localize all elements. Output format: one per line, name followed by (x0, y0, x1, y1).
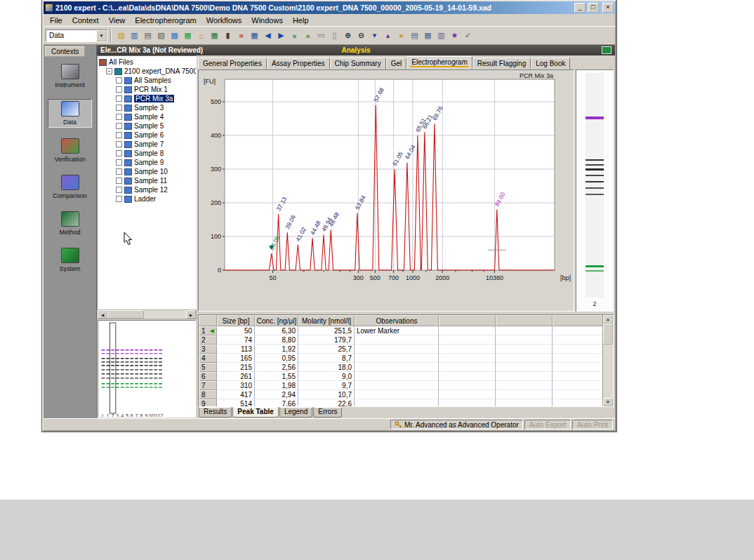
table-row[interactable]: 1◀506,30251,5Lower Marker (199, 326, 602, 335)
tab-general-properties[interactable]: General Properties (198, 58, 267, 69)
column-header-size-bp[interactable]: Size [bp] (217, 315, 255, 326)
menu-help[interactable]: Help (288, 15, 314, 25)
column-header-molarity-nmol-l[interactable]: Molarity [nmol/l] (298, 315, 355, 326)
save-icon[interactable]: ▥ (128, 29, 141, 42)
table-row[interactable]: 95147,6622,6 (199, 399, 602, 406)
tree-item-sample-8[interactable]: Sample 8 (99, 149, 196, 158)
marker-icon[interactable]: ▴ (381, 29, 395, 42)
context-item-data[interactable]: Data (48, 99, 92, 128)
table-row[interactable]: 73101,989,7 (199, 381, 602, 390)
table-row[interactable]: 41650,958,7 (199, 354, 602, 363)
tree-file-node[interactable]: −2100 expert_DNA 7500_00000_2005-05-19_1… (99, 67, 196, 76)
tree-item-sample-9[interactable]: Sample 9 (99, 158, 196, 167)
bottom-tab-peak-table[interactable]: Peak Table (232, 407, 279, 418)
tabular-view-icon[interactable]: ▦ (248, 29, 261, 42)
tree-horizontal-scrollbar[interactable]: ◀ ▶ (97, 309, 197, 319)
tree-item-sample-6[interactable]: Sample 6 (99, 131, 196, 140)
scrollbar-thumb[interactable] (107, 310, 144, 319)
auto-print-toggle[interactable]: Auto Print (572, 420, 613, 429)
contexts-tab[interactable]: Contexts (45, 46, 85, 57)
tab-log-book[interactable]: Log Book (531, 58, 570, 69)
zoom-out-icon[interactable]: ⊖ (355, 29, 368, 42)
checkbox-icon[interactable] (116, 105, 122, 111)
back-icon[interactable]: ◀ (261, 29, 275, 42)
tree-item-ladder[interactable]: Ladder (99, 194, 196, 204)
auto-export-toggle[interactable]: Auto Export (524, 420, 571, 429)
menu-windows[interactable]: Windows (246, 15, 288, 25)
table-vertical-scrollbar[interactable]: ▲ ▼ (602, 315, 613, 406)
tab-gel[interactable]: Gel (386, 58, 407, 69)
tree-item-sample-11[interactable]: Sample 11 (99, 176, 196, 185)
sample-gel-lane-panel[interactable]: 2 (576, 69, 614, 312)
chip-summary-icon[interactable]: ▤ (408, 29, 421, 42)
maximize-button[interactable]: □ (588, 3, 599, 13)
report-icon[interactable]: ▦ (181, 29, 194, 42)
flagging-icon[interactable]: ▥ (435, 29, 448, 42)
tab-electropherogram[interactable]: Electropherogram (406, 56, 472, 69)
checkbox-icon[interactable] (116, 141, 122, 147)
analysis-icon[interactable] (602, 46, 611, 54)
scroll-down-icon[interactable]: ▼ (603, 398, 613, 406)
next-sample-icon[interactable]: » (301, 29, 315, 42)
context-item-verification[interactable]: Verification (48, 137, 92, 164)
menu-workflows[interactable]: Workflows (201, 15, 247, 25)
tile-vertical-icon[interactable]: ▯ (328, 29, 341, 42)
scrollbar-thumb[interactable] (603, 324, 613, 345)
scrollbar-track[interactable] (603, 345, 613, 398)
table-row[interactable]: 62611,559,0 (199, 372, 602, 381)
minimize-button[interactable]: _ (574, 3, 586, 13)
tab-assay-properties[interactable]: Assay Properties (267, 58, 330, 69)
column-header-conc-ng-l[interactable]: Conc. [ng/µl] (255, 315, 298, 326)
checkbox-icon[interactable] (116, 123, 122, 129)
checkbox-icon[interactable] (116, 168, 122, 175)
table-row[interactable]: 2748,80179,7 (199, 335, 602, 345)
tree-item-sample-7[interactable]: Sample 7 (99, 140, 196, 149)
menu-context[interactable]: Context (67, 15, 104, 25)
checkbox-icon[interactable] (116, 132, 122, 138)
tree-item-sample-4[interactable]: Sample 4 (99, 112, 196, 121)
checkbox-icon[interactable] (116, 114, 122, 120)
collapse-icon[interactable]: − (106, 68, 112, 74)
checkbox-icon[interactable] (116, 196, 122, 202)
chip-gel-thumbnail[interactable]: L123456789101112 (98, 320, 196, 418)
tree-item-pcr-mix-3a[interactable]: PCR Mix 3a (99, 94, 196, 103)
scroll-up-icon[interactable]: ▲ (603, 315, 613, 324)
annotation-icon[interactable]: ▾ (368, 29, 381, 42)
bottom-tab-results[interactable]: Results (199, 407, 232, 418)
open-file-icon[interactable]: ▨ (114, 29, 128, 42)
checkbox-icon[interactable] (116, 77, 122, 84)
checkbox-icon[interactable] (116, 187, 122, 193)
table-row[interactable]: 31131,9225,7 (199, 345, 602, 354)
tile-horizontal-icon[interactable]: ▭ (315, 29, 328, 42)
print-preview-icon[interactable]: ▧ (154, 29, 168, 42)
zoom-in-icon[interactable]: ⊕ (341, 29, 355, 42)
tree-item-sample-12[interactable]: Sample 12 (99, 185, 196, 194)
tree-item-sample-5[interactable]: Sample 5 (99, 121, 196, 131)
tree-item-pcr-mix-1[interactable]: PCR Mix 1 (99, 85, 196, 94)
checkbox-icon[interactable] (116, 178, 122, 184)
bottom-tab-errors[interactable]: Errors (313, 407, 342, 418)
menu-electropherogram[interactable]: Electropherogram (130, 15, 201, 25)
context-item-system[interactable]: System (48, 246, 92, 274)
context-item-comparison[interactable]: Comparison (48, 173, 92, 201)
scroll-right-icon[interactable]: ▶ (186, 310, 196, 319)
gel-view-icon[interactable]: ▮ (221, 29, 234, 42)
tree-item-sample-10[interactable]: Sample 10 (99, 167, 196, 176)
electropherogram-panel[interactable]: 35.0537.1339.0641.0244.4846.9448.4853.84… (198, 69, 574, 312)
previous-sample-icon[interactable]: « (288, 29, 301, 42)
tab-chip-summary[interactable]: Chip Summary (330, 58, 386, 69)
tree-item-sample-3[interactable]: Sample 3 (99, 103, 196, 112)
scrollbar-track[interactable] (144, 310, 186, 319)
checkbox-icon[interactable] (116, 86, 122, 93)
bottom-tab-legend[interactable]: Legend (279, 407, 312, 418)
table-row[interactable]: 52152,5618,0 (199, 363, 602, 372)
menu-file[interactable]: File (45, 15, 67, 25)
electropherogram-chart[interactable]: 35.0537.1339.0641.0244.4846.9448.4853.84… (199, 71, 574, 310)
chevron-down-icon[interactable]: ▼ (96, 30, 107, 41)
tree-root[interactable]: All Files (99, 58, 196, 67)
electropherogram-view-icon[interactable]: ≈ (234, 29, 248, 42)
context-item-method[interactable]: Method (48, 210, 92, 237)
context-item-instrument[interactable]: Instrument (48, 62, 92, 90)
context-dropdown[interactable]: Data ▼ (46, 29, 107, 42)
tab-result-flagging[interactable]: Result Flagging (472, 58, 531, 69)
